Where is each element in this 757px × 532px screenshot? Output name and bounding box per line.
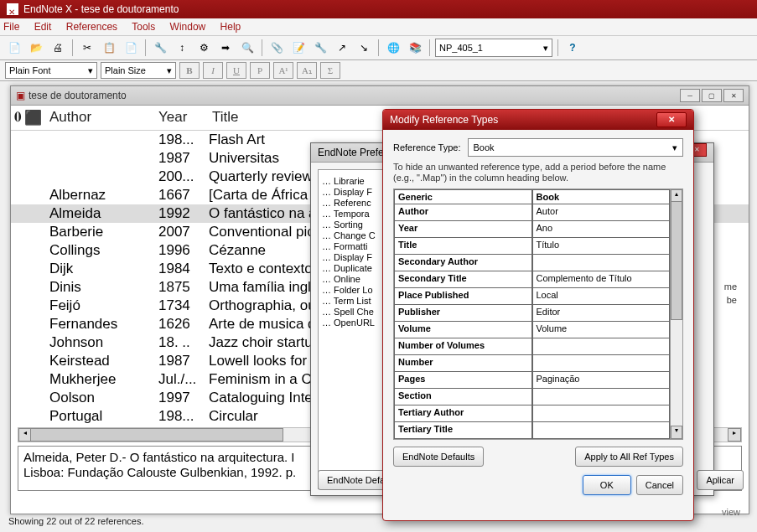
tool-icon[interactable]: 🔧 — [151, 39, 169, 57]
superscript-button[interactable]: A¹ — [273, 62, 293, 79]
insert-icon[interactable]: 📎 — [267, 39, 286, 57]
font-size-select[interactable]: Plain Size▾ — [101, 62, 176, 79]
chevron-down-icon: ▾ — [543, 43, 548, 54]
menu-edit[interactable]: Edit — [34, 21, 52, 33]
library-name: tese de doutoramento — [29, 90, 127, 101]
new-icon[interactable]: 📄 — [5, 39, 23, 57]
apply-all-button[interactable]: Apply to All Ref Types — [575, 447, 683, 467]
field-row[interactable]: YearAno — [394, 221, 670, 238]
status-bar: Showing 22 out of 22 references. — [8, 516, 143, 526]
close-button[interactable]: ✕ — [656, 112, 687, 127]
hint-text: To hide an unwanted reference type, add … — [393, 162, 683, 183]
menu-bar: File Edit References Tools Window Help — [0, 18, 757, 36]
scroll-down-button[interactable]: ▾ — [671, 426, 682, 439]
tool-icon[interactable]: 🔧 — [311, 39, 329, 57]
modify-title: Modify Reference Types — [390, 110, 498, 130]
output-style-select[interactable]: NP_405_1 ▾ — [435, 39, 552, 57]
menu-window[interactable]: Window — [170, 21, 206, 33]
partial-text: be — [727, 295, 737, 305]
scroll-thumb[interactable] — [30, 428, 283, 442]
maximize-button[interactable]: ▢ — [702, 89, 722, 102]
field-row[interactable]: Secondary Author — [394, 255, 670, 271]
symbol-button[interactable]: Σ — [320, 62, 340, 79]
field-row[interactable]: TitleTítulo — [394, 238, 670, 255]
toolbar: 📄 📂 🖨 ✂ 📋 📄 🔧 ↕ ⚙ ➡ 🔍 📎 📝 🔧 ↗ ↘ 🌐 📚 NP_4… — [0, 36, 757, 60]
help-icon[interactable]: ? — [563, 39, 582, 57]
plain-button[interactable]: P — [250, 62, 270, 79]
year-header[interactable]: Year — [158, 109, 209, 127]
find-icon[interactable]: 🔍 — [238, 39, 257, 57]
field-mapping-table: Generic Book AuthorAutorYearAnoTitleTítu… — [393, 189, 683, 440]
cancel-button[interactable]: Cancel — [636, 475, 683, 495]
paste-icon[interactable]: 📄 — [122, 39, 140, 57]
cut-icon[interactable]: ✂ — [78, 39, 96, 57]
online-icon[interactable]: 🌐 — [384, 39, 402, 57]
field-row[interactable]: Tertiary Author — [394, 405, 670, 422]
partial-text: me — [724, 281, 737, 292]
reference-type-select[interactable]: Book ▾ — [468, 138, 683, 157]
book-header[interactable]: Book — [532, 189, 671, 204]
font-name-select[interactable]: Plain Font▾ — [5, 62, 97, 79]
library-icon[interactable]: 📚 — [406, 39, 424, 57]
format-icon[interactable]: 📝 — [289, 39, 308, 57]
minimize-button[interactable]: ─ — [680, 89, 700, 102]
partial-text: view — [722, 507, 740, 517]
separator — [378, 39, 379, 56]
separator — [72, 39, 73, 56]
separator — [262, 39, 262, 56]
copy-icon[interactable]: 📋 — [100, 39, 118, 57]
reference-type-value: Book — [474, 142, 495, 152]
menu-help[interactable]: Help — [220, 21, 241, 33]
field-row[interactable]: AuthorAutor — [394, 204, 670, 221]
endnote-icon — [7, 3, 18, 15]
bold-button[interactable]: B — [179, 62, 200, 79]
modify-title-bar[interactable]: Modify Reference Types ✕ — [383, 110, 693, 130]
print-icon[interactable]: 🖨 — [49, 39, 67, 57]
italic-button[interactable]: I — [203, 62, 223, 79]
menu-references[interactable]: References — [66, 21, 117, 33]
field-row[interactable]: Section — [394, 389, 670, 405]
vertical-scrollbar[interactable]: ▴ ▾ — [670, 189, 682, 439]
field-row[interactable]: PagesPaginação — [394, 372, 670, 389]
subscript-button[interactable]: A₁ — [297, 62, 317, 79]
export-icon[interactable]: ↗ — [333, 39, 351, 57]
field-row[interactable]: Tertiary Title — [394, 422, 670, 439]
reference-type-label: Reference Type: — [393, 142, 461, 152]
pdf-col[interactable]: ⬛ — [24, 109, 44, 127]
field-row[interactable]: Secondary TitleComplemento de Título — [394, 271, 670, 288]
underline-button[interactable]: U — [226, 62, 246, 79]
import-icon[interactable]: ↘ — [355, 39, 373, 57]
modify-reference-types-window: Modify Reference Types ✕ Reference Type:… — [382, 109, 694, 521]
separator — [145, 39, 146, 56]
separator — [429, 39, 430, 56]
style-value: NP_405_1 — [439, 43, 483, 53]
tool-icon[interactable]: ⚙ — [194, 39, 213, 57]
menu-file[interactable]: File — [3, 21, 19, 33]
field-row[interactable]: Number of Volumes — [394, 338, 670, 355]
close-button[interactable]: ✕ — [723, 89, 744, 102]
menu-tools[interactable]: Tools — [132, 21, 155, 33]
field-row[interactable]: VolumeVolume — [394, 322, 670, 338]
open-icon[interactable]: 📂 — [27, 39, 45, 57]
field-row[interactable]: Number — [394, 355, 670, 372]
aplicar-button[interactable]: Aplicar — [697, 470, 744, 490]
author-header[interactable]: Author — [44, 109, 158, 127]
chevron-down-icon: ▾ — [672, 142, 677, 153]
format-toolbar: Plain Font▾ Plain Size▾ B I U P A¹ A₁ Σ — [0, 60, 757, 81]
app-title-bar: EndNote X - tese de doutoramento — [0, 0, 757, 18]
attachment-col[interactable]: 𝟎 — [11, 109, 24, 127]
field-row[interactable]: PublisherEditor — [394, 305, 670, 322]
goto-icon[interactable]: ➡ — [216, 39, 235, 57]
sort-icon[interactable]: ↕ — [173, 39, 191, 57]
app-title: EndNote X - tese de doutoramento — [23, 0, 179, 18]
library-title-bar: ▣tese de doutoramento ─ ▢ ✕ — [11, 86, 749, 106]
generic-header: Generic — [394, 189, 532, 204]
scroll-thumb[interactable] — [671, 201, 682, 320]
endnote-defaults-button[interactable]: EndNote Defaults — [393, 447, 484, 467]
ok-button[interactable]: OK — [583, 475, 631, 495]
scroll-right-button[interactable]: ▸ — [728, 428, 741, 442]
separator — [557, 39, 558, 56]
field-row[interactable]: Place PublishedLocal — [394, 288, 670, 305]
preferences-title: EndNote Prefer — [318, 143, 387, 162]
